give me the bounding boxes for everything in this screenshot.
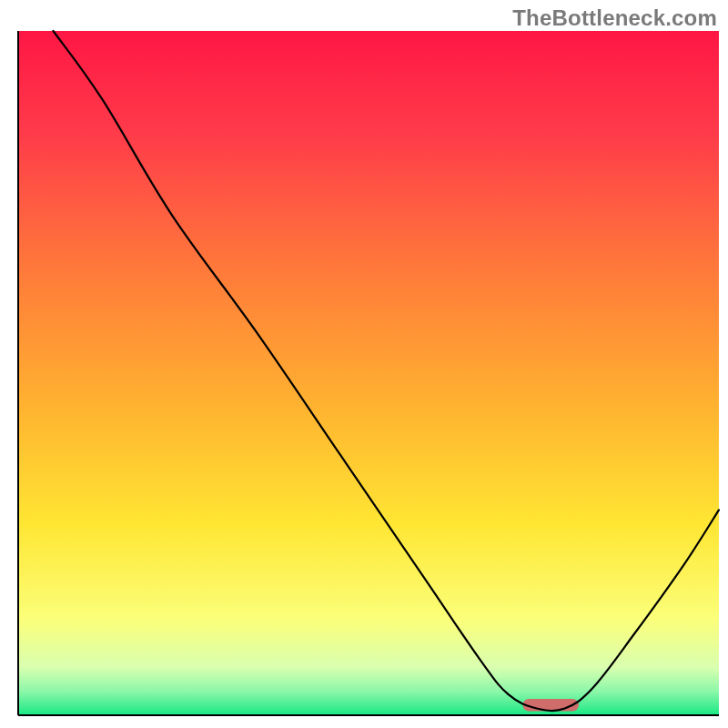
watermark-label: TheBottleneck.com (512, 5, 717, 31)
min-marker (522, 699, 579, 712)
chart-stage: TheBottleneck.com (0, 0, 728, 728)
chart-svg (0, 0, 728, 728)
